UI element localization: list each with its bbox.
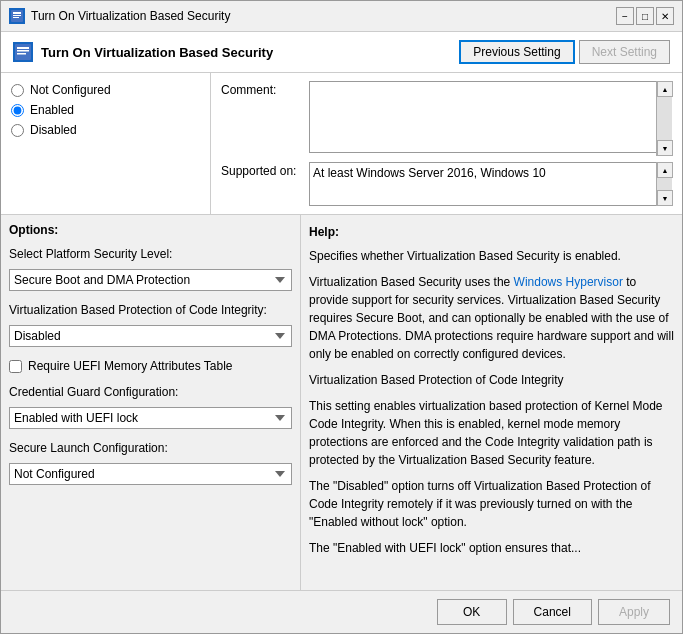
next-setting-button[interactable]: Next Setting xyxy=(579,40,670,64)
code-integrity-label: Virtualization Based Protection of Code … xyxy=(9,303,292,317)
credential-guard-label: Credential Guard Configuration: xyxy=(9,385,292,399)
comment-label: Comment: xyxy=(221,81,301,97)
comment-scroll-down[interactable]: ▼ xyxy=(657,140,673,156)
supported-content: At least Windows Server 2016, Windows 10 xyxy=(309,162,672,206)
bottom-bar: OK Cancel Apply xyxy=(1,590,682,633)
previous-setting-button[interactable]: Previous Setting xyxy=(459,40,574,64)
code-integrity-dropdown[interactable]: Disabled Enabled without lock Enabled wi… xyxy=(9,325,292,347)
help-panel: Help: Specifies whether Virtualization B… xyxy=(301,215,682,590)
cancel-button[interactable]: Cancel xyxy=(513,599,592,625)
supported-scroll-down[interactable]: ▼ xyxy=(657,190,673,206)
radio-enabled-label: Enabled xyxy=(30,103,74,117)
title-bar: Turn On Virtualization Based Security − … xyxy=(1,1,682,32)
help-para-4: The "Disabled" option turns off Virtuali… xyxy=(309,477,674,531)
secure-launch-label: Secure Launch Configuration: xyxy=(9,441,292,455)
radio-disabled[interactable]: Disabled xyxy=(11,123,200,137)
close-button[interactable]: ✕ xyxy=(656,7,674,25)
main-window: Turn On Virtualization Based Security − … xyxy=(0,0,683,634)
title-bar-left: Turn On Virtualization Based Security xyxy=(9,8,230,24)
header-title: Turn On Virtualization Based Security xyxy=(41,45,273,60)
help-para-0: Specifies whether Virtualization Based S… xyxy=(309,247,674,265)
main-content: Not Configured Enabled Disabled Comment: xyxy=(1,73,682,590)
maximize-button[interactable]: □ xyxy=(636,7,654,25)
header-title-area: Turn On Virtualization Based Security xyxy=(13,42,273,62)
uefi-checkbox-row: Require UEFI Memory Attributes Table xyxy=(9,359,292,373)
comment-wrapper: ▲ ▼ xyxy=(309,81,672,156)
two-panel: Options: Select Platform Security Level:… xyxy=(1,215,682,590)
header-bar: Turn On Virtualization Based Security Pr… xyxy=(1,32,682,73)
svg-rect-6 xyxy=(17,50,29,52)
comment-scrollbar: ▲ ▼ xyxy=(656,81,672,156)
svg-rect-1 xyxy=(13,12,21,14)
svg-rect-2 xyxy=(13,15,21,16)
comment-scroll-track xyxy=(657,97,672,140)
minimize-button[interactable]: − xyxy=(616,7,634,25)
svg-rect-5 xyxy=(17,47,29,49)
comment-scroll-up[interactable]: ▲ xyxy=(657,81,673,97)
window-title: Turn On Virtualization Based Security xyxy=(31,9,230,23)
comment-row: Comment: ▲ ▼ xyxy=(221,81,672,156)
credential-guard-dropdown[interactable]: Disabled Enabled with UEFI lock Enabled … xyxy=(9,407,292,429)
radio-enabled[interactable]: Enabled xyxy=(11,103,200,117)
platform-dropdown[interactable]: Secure Boot only Secure Boot and DMA Pro… xyxy=(9,269,292,291)
supported-scrollbar: ▲ ▼ xyxy=(656,162,672,206)
radio-not-configured-input[interactable] xyxy=(11,84,24,97)
supported-wrapper: At least Windows Server 2016, Windows 10… xyxy=(309,162,672,206)
ok-button[interactable]: OK xyxy=(437,599,507,625)
supported-label: Supported on: xyxy=(221,162,301,178)
radio-not-configured[interactable]: Not Configured xyxy=(11,83,200,97)
right-fields: Comment: ▲ ▼ Supported on: At least Wind… xyxy=(211,73,682,214)
comment-textarea[interactable] xyxy=(309,81,672,153)
help-para-1: Virtualization Based Security uses the W… xyxy=(309,273,674,363)
top-section: Not Configured Enabled Disabled Comment: xyxy=(1,73,682,215)
options-title: Options: xyxy=(9,223,292,237)
secure-launch-dropdown[interactable]: Not Configured Disabled Enabled xyxy=(9,463,292,485)
radio-enabled-input[interactable] xyxy=(11,104,24,117)
options-panel: Options: Select Platform Security Level:… xyxy=(1,215,301,590)
header-buttons: Previous Setting Next Setting xyxy=(459,40,670,64)
supported-row: Supported on: At least Windows Server 20… xyxy=(221,162,672,206)
radio-disabled-label: Disabled xyxy=(30,123,77,137)
platform-label: Select Platform Security Level: xyxy=(9,247,292,261)
uefi-checkbox-label: Require UEFI Memory Attributes Table xyxy=(28,359,233,373)
hypervisor-link[interactable]: Windows Hypervisor xyxy=(514,275,623,289)
radio-group: Not Configured Enabled Disabled xyxy=(11,83,200,137)
radio-disabled-input[interactable] xyxy=(11,124,24,137)
header-icon xyxy=(13,42,33,62)
supported-scroll-up[interactable]: ▲ xyxy=(657,162,673,178)
uefi-checkbox[interactable] xyxy=(9,360,22,373)
radio-not-configured-label: Not Configured xyxy=(30,83,111,97)
help-para-3: This setting enables virtualization base… xyxy=(309,397,674,469)
help-para-5: The "Enabled with UEFI lock" option ensu… xyxy=(309,539,674,557)
svg-rect-3 xyxy=(13,17,19,18)
svg-rect-4 xyxy=(15,44,31,60)
help-title: Help: xyxy=(309,223,674,241)
title-icon xyxy=(9,8,25,24)
apply-button[interactable]: Apply xyxy=(598,599,670,625)
radio-panel: Not Configured Enabled Disabled xyxy=(1,73,211,214)
svg-rect-7 xyxy=(17,53,26,55)
title-bar-controls: − □ ✕ xyxy=(616,7,674,25)
supported-scroll-track xyxy=(657,178,672,190)
help-para-2: Virtualization Based Protection of Code … xyxy=(309,371,674,389)
